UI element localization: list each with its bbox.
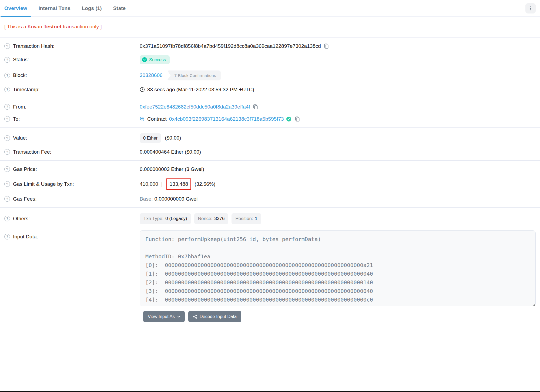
bottom-edge-bar <box>0 391 540 392</box>
txn-type-key: Txn Type: <box>143 216 163 221</box>
block-row: Block: 30328606 7 Block Confirmations <box>4 67 536 83</box>
timestamp-label: Timestamp: <box>13 87 40 93</box>
from-address-link[interactable]: 0xfee7522e8482682cf50ddc50a0f8da2a39effa… <box>140 104 250 110</box>
input-data-actions: View Input As Decode Input Data <box>4 309 536 329</box>
tab-bar: Overview Internal Txns Logs (1) State <box>0 0 540 17</box>
gas-price-label: Gas Price: <box>13 166 37 172</box>
txn-type-pill: Txn Type: 0 (Legacy) <box>140 213 191 224</box>
value-row: Value: 0 Ether ($0.00) <box>4 130 536 146</box>
copy-to-address-button[interactable] <box>294 116 300 122</box>
more-options-button[interactable] <box>525 3 536 13</box>
tab-internal-txns[interactable]: Internal Txns <box>35 0 74 16</box>
nonce-value: 3376 <box>214 216 225 221</box>
position-pill: Position: 1 <box>232 213 261 224</box>
from-row: From: 0xfee7522e8482682cf50ddc50a0f8da2a… <box>4 101 536 113</box>
kebab-menu-icon <box>528 6 533 11</box>
gas-fees-base-value: 0.000000009 Gwei <box>155 196 198 202</box>
view-input-as-button-label: View Input As <box>148 314 175 319</box>
transaction-hash-value: 0x371a51097fb78df856f8b4a7bd459f192d8cc8… <box>140 43 321 49</box>
copy-icon <box>253 104 258 110</box>
others-label: Others: <box>13 216 30 222</box>
testnet-warning-prefix: [ This is a Kovan <box>4 24 43 29</box>
gas-price-row: Gas Price: 0.000000003 Ether (3 Gwei) <box>4 163 536 175</box>
help-icon[interactable] <box>4 104 10 110</box>
section-value-fee: Value: 0 Ether ($0.00) Transaction Fee: … <box>0 128 540 161</box>
tab-state[interactable]: State <box>109 0 129 16</box>
position-key: Position: <box>235 216 253 221</box>
copy-from-address-button[interactable] <box>253 104 258 110</box>
value-ether-badge: 0 Ether <box>140 133 161 143</box>
help-icon[interactable] <box>4 116 10 122</box>
status-badge-label: Success <box>149 57 166 62</box>
txn-type-value: 0 (Legacy) <box>165 216 187 221</box>
input-data-textarea[interactable]: Function: performUpkeep(uint256 id, byte… <box>140 230 536 306</box>
testnet-warning: [ This is a Kovan Testnet transaction on… <box>0 17 540 38</box>
timestamp-row: Timestamp: 33 secs ago (Mar-11-2022 03:5… <box>4 83 536 96</box>
to-contract-word: Contract <box>147 116 167 122</box>
decode-input-data-button-label: Decode Input Data <box>200 314 237 319</box>
value-label: Value: <box>13 135 27 141</box>
section-others-input: Others: Txn Type: 0 (Legacy) Nonce: 3376… <box>0 208 540 332</box>
gas-used-percent: (32.56%) <box>194 181 215 187</box>
view-input-as-button[interactable]: View Input As <box>143 311 185 322</box>
block-confirmations-badge: 7 Block Confirmations <box>167 70 221 80</box>
from-label: From: <box>13 104 26 110</box>
gas-fees-label: Gas Fees: <box>13 196 37 202</box>
decode-icon <box>193 315 197 319</box>
status-badge: Success <box>140 55 170 64</box>
to-address-link[interactable]: 0x4cb093f226983713164a62138c3f718a5b595f… <box>169 116 284 122</box>
transaction-fee-value: 0.000400464 Ether ($0.00) <box>140 149 201 155</box>
help-icon[interactable] <box>4 135 10 141</box>
check-circle-icon <box>142 57 147 62</box>
copy-icon <box>323 43 329 49</box>
position-value: 1 <box>255 216 257 221</box>
gas-limit-usage-label: Gas Limit & Usage by Txn: <box>13 181 74 187</box>
testnet-warning-suffix: transaction only ] <box>62 24 102 29</box>
chevron-down-icon <box>177 316 180 318</box>
help-icon[interactable] <box>4 57 10 63</box>
help-icon[interactable] <box>4 216 10 221</box>
value-usd: ($0.00) <box>165 135 181 141</box>
to-label: To: <box>13 116 20 122</box>
gas-fees-base-label: Base: <box>140 196 153 202</box>
help-icon[interactable] <box>4 43 10 49</box>
help-icon[interactable] <box>4 196 10 202</box>
timestamp-value: 33 secs ago (Mar-11-2022 03:59:32 PM +UT… <box>147 87 254 93</box>
transaction-fee-label: Transaction Fee: <box>13 149 51 155</box>
help-icon[interactable] <box>4 234 10 239</box>
verified-contract-icon <box>286 117 291 121</box>
input-data-label: Input Data: <box>13 234 38 240</box>
clock-icon <box>140 87 145 92</box>
transaction-hash-label: Transaction Hash: <box>13 43 54 49</box>
help-icon[interactable] <box>4 166 10 172</box>
block-number-link[interactable]: 30328606 <box>140 72 163 78</box>
tab-overview[interactable]: Overview <box>1 0 31 16</box>
others-row: Others: Txn Type: 0 (Legacy) Nonce: 3376… <box>4 210 536 227</box>
testnet-warning-bold: Testnet <box>43 24 61 29</box>
help-icon[interactable] <box>4 73 10 78</box>
block-label: Block: <box>13 72 27 78</box>
decode-input-data-button[interactable]: Decode Input Data <box>188 311 242 322</box>
transaction-hash-row: Transaction Hash: 0x371a51097fb78df856f8… <box>4 40 536 52</box>
section-overview-top: Transaction Hash: 0x371a51097fb78df856f8… <box>0 38 540 98</box>
section-addresses: From: 0xfee7522e8482682cf50ddc50a0f8da2a… <box>0 98 540 128</box>
gas-fees-row: Gas Fees: Base: 0.000000009 Gwei <box>4 193 536 205</box>
tab-logs[interactable]: Logs (1) <box>78 0 106 16</box>
nonce-key: Nonce: <box>198 216 213 221</box>
status-row: Status: Success <box>4 52 536 67</box>
input-data-row: Input Data: Function: performUpkeep(uint… <box>4 227 536 309</box>
to-row: To: Contract 0x4cb093f226983713164a62138… <box>4 113 536 125</box>
help-icon[interactable] <box>4 181 10 187</box>
gas-price-value: 0.000000003 Ether (3 Gwei) <box>140 166 204 172</box>
section-gas: Gas Price: 0.000000003 Ether (3 Gwei) Ga… <box>0 161 540 208</box>
gas-used-value-annotated: 133,488 <box>166 178 192 190</box>
gas-separator: | <box>161 181 163 187</box>
help-icon[interactable] <box>4 149 10 155</box>
magnifier-plus-icon[interactable] <box>140 116 145 121</box>
nonce-pill: Nonce: 3376 <box>194 213 229 224</box>
copy-icon <box>294 116 300 122</box>
help-icon[interactable] <box>4 87 10 92</box>
copy-hash-button[interactable] <box>323 43 329 49</box>
gas-limit-value: 410,000 <box>140 181 158 187</box>
gas-limit-usage-row: Gas Limit & Usage by Txn: 410,000 | 133,… <box>4 175 536 193</box>
